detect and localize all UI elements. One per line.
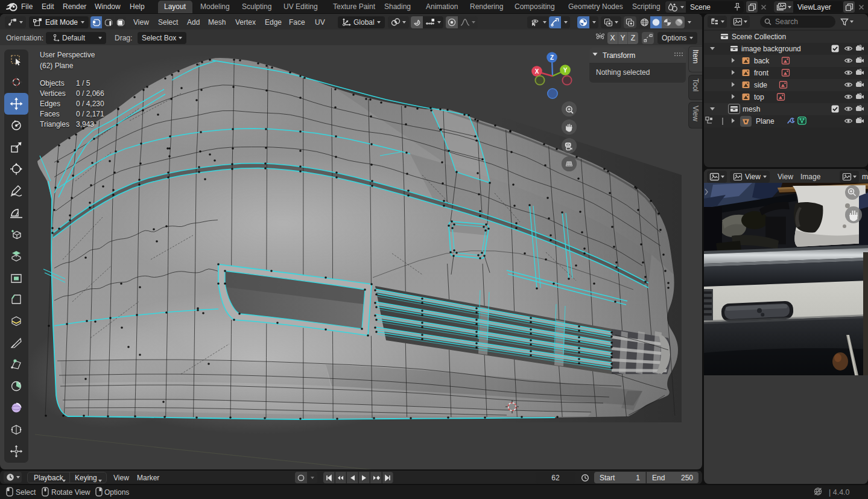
svg-text:Y: Y xyxy=(563,67,568,74)
svg-text:Z: Z xyxy=(550,54,554,61)
svg-text:X: X xyxy=(535,68,539,75)
